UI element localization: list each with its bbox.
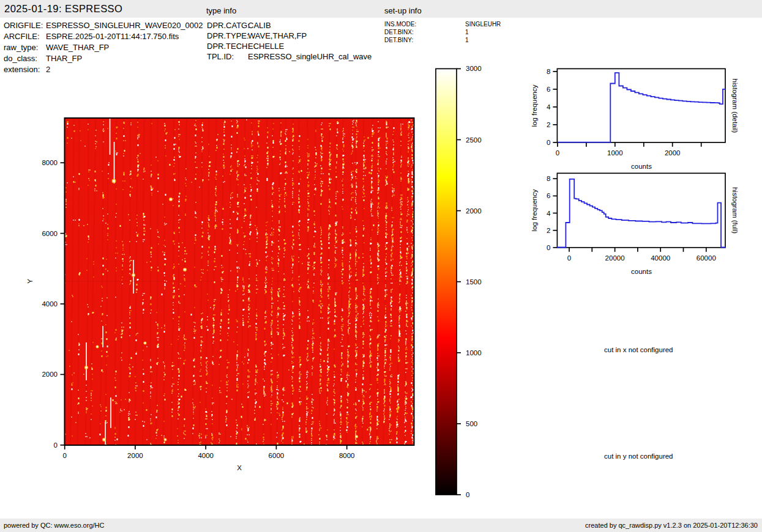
svg-text:2000: 2000 xyxy=(466,207,482,215)
svg-text:Y: Y xyxy=(26,279,34,284)
svg-text:0: 0 xyxy=(556,149,559,157)
svg-text:20000: 20000 xyxy=(605,254,625,262)
svg-text:6: 6 xyxy=(547,192,550,199)
svg-text:8: 8 xyxy=(547,68,550,75)
svg-text:4000: 4000 xyxy=(198,452,214,459)
svg-text:2000: 2000 xyxy=(665,149,681,157)
svg-text:4: 4 xyxy=(547,103,551,111)
svg-text:log frequency: log frequency xyxy=(531,189,538,231)
svg-text:1000: 1000 xyxy=(466,349,482,357)
svg-text:0: 0 xyxy=(547,244,550,251)
svg-text:2000: 2000 xyxy=(42,371,58,378)
svg-text:2: 2 xyxy=(547,227,550,234)
svg-text:40000: 40000 xyxy=(651,254,670,262)
svg-text:1000: 1000 xyxy=(607,149,623,157)
svg-text:2500: 2500 xyxy=(466,136,482,144)
svg-text:3000: 3000 xyxy=(466,65,482,72)
svg-text:500: 500 xyxy=(466,420,477,427)
svg-text:60000: 60000 xyxy=(697,254,716,262)
svg-text:2000: 2000 xyxy=(127,452,143,459)
svg-text:0: 0 xyxy=(62,452,66,459)
svg-text:counts: counts xyxy=(631,268,652,275)
svg-text:8: 8 xyxy=(547,175,550,182)
svg-text:8000: 8000 xyxy=(339,452,355,459)
svg-text:4000: 4000 xyxy=(42,300,58,308)
svg-text:4: 4 xyxy=(547,210,551,217)
svg-text:0: 0 xyxy=(547,139,550,146)
svg-text:0: 0 xyxy=(466,491,469,498)
svg-text:8000: 8000 xyxy=(42,159,58,166)
svg-text:0: 0 xyxy=(54,441,58,449)
svg-text:2: 2 xyxy=(547,121,550,128)
svg-text:histogram (full): histogram (full) xyxy=(731,187,739,234)
svg-text:histogram (detail): histogram (detail) xyxy=(731,79,739,133)
svg-text:6: 6 xyxy=(547,86,550,93)
svg-text:6000: 6000 xyxy=(269,452,285,459)
svg-text:log frequency: log frequency xyxy=(531,84,538,127)
svg-text:X: X xyxy=(237,464,242,471)
svg-text:1500: 1500 xyxy=(466,278,482,286)
svg-text:0: 0 xyxy=(567,254,571,262)
svg-text:6000: 6000 xyxy=(42,230,58,237)
